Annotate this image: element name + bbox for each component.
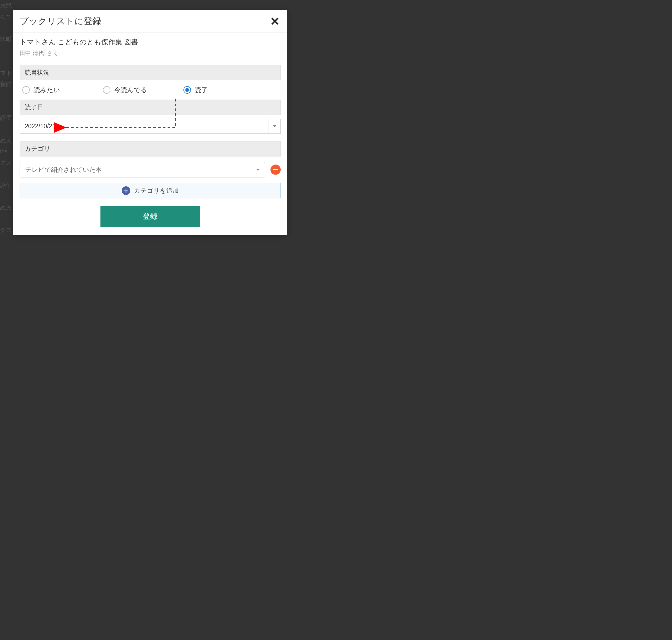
category-selected-value: テレビで紹介されていた本 — [25, 166, 256, 174]
modal-title: ブックリストに登録 — [19, 15, 101, 27]
radio-label: 読了 — [195, 86, 208, 94]
status-radio-group: 読みたい 今読んでる 読了 — [19, 80, 281, 100]
category-select[interactable]: テレビで紹介されていた本 — [19, 162, 265, 177]
chevron-down-icon — [256, 169, 259, 171]
modal-header: ブックリストに登録 ✕ — [13, 10, 287, 32]
radio-finished[interactable]: 読了 — [184, 86, 264, 94]
plus-icon: ＋ — [121, 186, 130, 195]
close-icon[interactable]: ✕ — [269, 16, 281, 27]
section-header-finish-date: 読了日 — [19, 100, 281, 115]
radio-icon-checked — [184, 86, 191, 94]
register-button[interactable]: 登録 — [100, 206, 200, 227]
date-dropdown-toggle[interactable] — [269, 119, 281, 133]
book-title: トマトさん こどものとも傑作集 図書 — [19, 37, 281, 47]
remove-category-button[interactable] — [270, 164, 281, 175]
submit-row: 登録 — [19, 206, 281, 227]
section-header-status: 読書状況 — [19, 65, 281, 80]
radio-label: 読みたい — [33, 86, 60, 94]
section-header-category: カテゴリ — [19, 141, 281, 157]
background-obscured-text: 重県 んで 比町 マト 音館 評価 ぬま ins クス 評価 ぬま クス — [0, 0, 12, 236]
modal-body: トマトさん こどものとも傑作集 図書 田中 清代∥さく 読書状況 読みたい 今読… — [13, 32, 287, 235]
finish-date-input[interactable]: 2022/10/21 — [19, 119, 281, 134]
add-category-button[interactable]: ＋ カテゴリを追加 — [19, 183, 281, 199]
radio-reading-now[interactable]: 今読んでる — [103, 86, 184, 94]
add-category-label: カテゴリを追加 — [134, 187, 178, 195]
radio-label: 今読んでる — [114, 86, 147, 94]
booklist-register-modal: ブックリストに登録 ✕ トマトさん こどものとも傑作集 図書 田中 清代∥さく … — [13, 10, 287, 235]
category-row: テレビで紹介されていた本 — [19, 162, 281, 177]
finish-date-value: 2022/10/21 — [20, 123, 269, 130]
minus-icon — [273, 169, 278, 170]
radio-want-to-read[interactable]: 読みたい — [22, 86, 103, 94]
book-author: 田中 清代∥さく — [19, 49, 281, 57]
chevron-down-icon — [273, 125, 276, 127]
radio-icon — [103, 86, 110, 94]
radio-icon — [22, 86, 30, 94]
